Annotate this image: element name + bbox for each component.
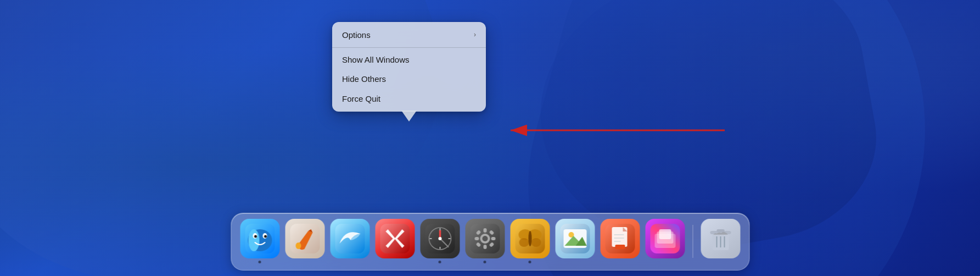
svg-rect-26 bbox=[483, 245, 486, 249]
running-indicator-tes bbox=[529, 261, 531, 263]
svg-rect-28 bbox=[491, 237, 495, 240]
screens-icon bbox=[645, 219, 685, 258]
svg-point-37 bbox=[531, 238, 541, 247]
dock-item-finder[interactable] bbox=[240, 219, 279, 263]
migrate-icon bbox=[330, 219, 369, 258]
annotation-arrow bbox=[494, 117, 725, 144]
svg-rect-25 bbox=[483, 228, 486, 233]
dock-separator bbox=[692, 225, 693, 258]
svg-rect-50 bbox=[615, 245, 625, 249]
dock-item-tes[interactable] bbox=[510, 219, 550, 263]
desktop: Options › Show All Windows Hide Others F… bbox=[0, 0, 980, 276]
context-menu: Options › Show All Windows Hide Others F… bbox=[332, 22, 486, 112]
menu-item-force-quit-label: Force Quit bbox=[342, 93, 380, 104]
running-indicator-sysprefs bbox=[484, 261, 486, 263]
toolbox-icon bbox=[600, 219, 640, 258]
preview-icon bbox=[555, 219, 595, 258]
dock-item-migrate[interactable] bbox=[330, 219, 369, 263]
svg-rect-57 bbox=[716, 229, 724, 232]
dock-item-screens[interactable] bbox=[645, 219, 685, 263]
svg-rect-54 bbox=[659, 229, 671, 239]
dock-item-toolbox[interactable] bbox=[600, 219, 640, 263]
dock-item-preview[interactable] bbox=[555, 219, 595, 263]
submenu-arrow-icon: › bbox=[474, 31, 476, 40]
svg-rect-27 bbox=[474, 237, 479, 240]
menu-item-options[interactable]: Options › bbox=[332, 25, 486, 45]
simulator-icon bbox=[375, 219, 415, 258]
svg-point-24 bbox=[482, 236, 488, 241]
menu-item-force-quit[interactable]: Force Quit bbox=[332, 89, 486, 109]
finder-icon bbox=[240, 219, 279, 258]
menu-item-show-all-windows-label: Show All Windows bbox=[342, 54, 410, 65]
dock-item-system-prefs[interactable] bbox=[465, 219, 505, 263]
running-indicator-safari bbox=[439, 261, 441, 263]
pixelmator-icon bbox=[285, 219, 324, 258]
safari-icon bbox=[420, 219, 460, 258]
menu-item-options-label: Options bbox=[342, 30, 371, 41]
tes-icon bbox=[510, 219, 550, 258]
running-indicator bbox=[259, 261, 261, 263]
dock-item-simulator[interactable] bbox=[375, 219, 415, 263]
svg-point-7 bbox=[254, 235, 257, 238]
svg-point-17 bbox=[438, 237, 441, 240]
menu-item-show-all-windows[interactable]: Show All Windows bbox=[332, 50, 486, 70]
dock-item-safari[interactable] bbox=[420, 219, 460, 263]
dock-item-pixelmator[interactable] bbox=[285, 219, 324, 263]
svg-point-10 bbox=[295, 242, 301, 249]
svg-point-36 bbox=[519, 238, 529, 247]
menu-item-hide-others-label: Hide Others bbox=[342, 74, 386, 85]
dock bbox=[231, 213, 749, 271]
svg-point-8 bbox=[264, 235, 267, 238]
menu-separator bbox=[332, 47, 486, 48]
svg-point-4 bbox=[248, 229, 259, 251]
menu-item-hide-others[interactable]: Hide Others bbox=[332, 69, 486, 89]
dock-item-trash[interactable] bbox=[701, 219, 740, 263]
trash-icon bbox=[701, 219, 740, 258]
system-prefs-icon bbox=[465, 219, 505, 258]
svg-point-38 bbox=[528, 231, 531, 246]
